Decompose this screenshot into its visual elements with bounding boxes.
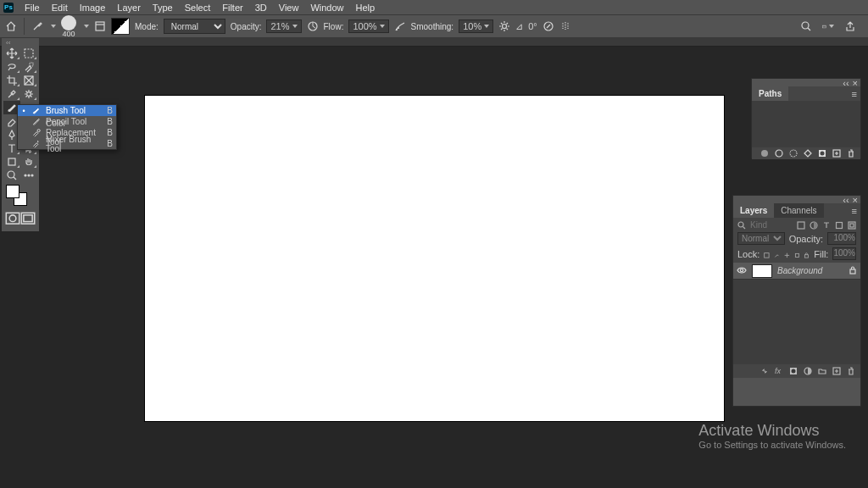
layer-name[interactable]: Background xyxy=(777,266,822,275)
svg-point-29 xyxy=(738,222,743,227)
search-icon[interactable] xyxy=(800,20,812,32)
delete-layer-icon[interactable] xyxy=(847,367,855,375)
tab-layers[interactable]: Layers xyxy=(733,203,774,218)
menu-layer[interactable]: Layer xyxy=(111,2,147,14)
airbrush-icon[interactable] xyxy=(394,20,406,32)
svg-rect-9 xyxy=(30,63,33,66)
pressure-size-icon[interactable] xyxy=(542,20,554,32)
menu-help[interactable]: Help xyxy=(350,2,381,14)
menu-window[interactable]: Window xyxy=(304,2,349,14)
move-tool[interactable] xyxy=(3,47,20,60)
menu-select[interactable]: Select xyxy=(179,2,217,14)
hand-tool[interactable] xyxy=(20,155,37,169)
tab-paths[interactable]: Paths xyxy=(752,86,788,101)
quick-select-tool[interactable] xyxy=(20,60,37,74)
new-path-icon[interactable] xyxy=(832,149,841,158)
fx-icon[interactable]: fx xyxy=(775,367,783,375)
menu-image[interactable]: Image xyxy=(74,2,112,14)
link-layers-icon[interactable] xyxy=(760,367,769,375)
eyedropper-tool[interactable] xyxy=(3,87,20,101)
tab-channels[interactable]: Channels xyxy=(774,203,823,218)
gear-tool-icon[interactable] xyxy=(20,87,37,101)
adjustment-icon[interactable] xyxy=(804,367,812,375)
flyout-mixer-brush-tool[interactable]: Mixer Brush Tool B xyxy=(18,138,116,149)
filter-adjust-icon[interactable] xyxy=(810,221,818,230)
new-layer-icon[interactable] xyxy=(832,367,841,375)
lasso-tool[interactable] xyxy=(3,60,20,74)
group-icon[interactable] xyxy=(818,367,826,375)
svg-point-14 xyxy=(8,171,14,178)
smoothing-options-icon[interactable] xyxy=(498,20,510,32)
lock-transparent-icon[interactable] xyxy=(764,250,770,258)
workspace-switcher-icon[interactable] xyxy=(822,20,834,32)
symmetry-icon[interactable] xyxy=(559,20,571,32)
smoothing-value[interactable]: 10% xyxy=(459,19,493,33)
layer-row[interactable]: Background xyxy=(733,263,860,280)
brush-panel-toggle-icon[interactable] xyxy=(94,20,106,32)
layer-filter-kind[interactable] xyxy=(750,220,793,230)
frame-tool[interactable] xyxy=(20,74,37,87)
panel-menu-icon[interactable]: ≡ xyxy=(849,87,860,101)
menu-file[interactable]: File xyxy=(19,2,46,14)
lock-pixels-icon[interactable] xyxy=(774,250,780,258)
filter-type-icon[interactable] xyxy=(822,221,831,230)
layer-opacity-value[interactable]: 100% xyxy=(827,232,856,245)
filter-pixel-icon[interactable] xyxy=(797,221,805,230)
brush-angle-value[interactable]: 0° xyxy=(528,21,537,31)
zoom-tool[interactable] xyxy=(3,169,20,182)
selection-path-icon[interactable] xyxy=(789,149,798,158)
svg-point-19 xyxy=(9,215,16,222)
foreground-swatch[interactable] xyxy=(6,185,19,198)
brush-size-preview[interactable]: 400 xyxy=(61,15,76,38)
flyout-brush-tool[interactable]: • Brush Tool B xyxy=(18,105,116,116)
lock-label: Lock: xyxy=(737,249,760,259)
pressure-opacity-icon[interactable] xyxy=(307,20,319,32)
lock-position-icon[interactable] xyxy=(784,250,790,258)
panel-collapse-icon[interactable]: ‹‹ xyxy=(843,195,849,205)
layer-blend-mode[interactable]: Normal xyxy=(737,232,785,245)
canvas[interactable] xyxy=(145,96,724,421)
opacity-value[interactable]: 21% xyxy=(266,19,301,33)
layers-panel: ‹‹× Layers Channels ≡ Normal Opacity: 10… xyxy=(732,195,861,407)
menu-view[interactable]: View xyxy=(273,2,305,14)
toolbox-collapse-icon[interactable]: ‹‹ xyxy=(3,40,37,47)
svg-rect-32 xyxy=(837,222,843,228)
home-icon[interactable] xyxy=(5,20,17,32)
visibility-icon[interactable] xyxy=(737,265,747,277)
stroke-path-icon[interactable] xyxy=(775,149,783,158)
delete-path-icon[interactable] xyxy=(847,149,855,158)
screenmode-icon[interactable] xyxy=(20,213,36,225)
menu-filter[interactable]: Filter xyxy=(216,2,248,14)
blend-mode-select[interactable]: Normal xyxy=(164,19,225,34)
svg-rect-13 xyxy=(8,158,15,165)
mask-path-icon[interactable] xyxy=(818,149,826,158)
filter-shape-icon[interactable] xyxy=(835,221,843,230)
path-to-shape-icon[interactable] xyxy=(804,149,812,158)
marquee-tool[interactable] xyxy=(20,47,37,60)
layer-fill-value[interactable]: 100% xyxy=(832,247,856,260)
lock-artboard-icon[interactable] xyxy=(794,250,800,258)
crop-tool[interactable] xyxy=(3,74,20,87)
panel-close-icon[interactable]: × xyxy=(853,195,858,205)
tool-preset-icon[interactable] xyxy=(31,20,43,32)
menu-type[interactable]: Type xyxy=(147,2,179,14)
menu-edit[interactable]: Edit xyxy=(46,2,74,14)
quickmask-icon[interactable] xyxy=(5,213,20,225)
panel-collapse-icon[interactable]: ‹‹ xyxy=(843,78,849,88)
mask-icon[interactable] xyxy=(789,367,798,375)
color-swatches[interactable] xyxy=(3,182,37,211)
edit-toolbar-icon[interactable] xyxy=(20,169,37,182)
share-icon[interactable] xyxy=(844,20,856,32)
shape-tool[interactable] xyxy=(3,155,20,169)
filter-smart-icon[interactable] xyxy=(848,221,856,230)
search-icon[interactable] xyxy=(737,221,746,230)
menu-3d[interactable]: 3D xyxy=(249,2,273,14)
panel-close-icon[interactable]: × xyxy=(853,78,858,88)
svg-point-41 xyxy=(792,369,796,374)
panel-menu-icon[interactable]: ≡ xyxy=(849,204,860,218)
lock-all-icon[interactable] xyxy=(804,250,810,258)
fill-path-icon[interactable] xyxy=(760,149,769,158)
brush-blend-swatch[interactable] xyxy=(111,18,130,35)
lock-icon[interactable] xyxy=(849,266,857,276)
flow-value[interactable]: 100% xyxy=(348,19,388,33)
